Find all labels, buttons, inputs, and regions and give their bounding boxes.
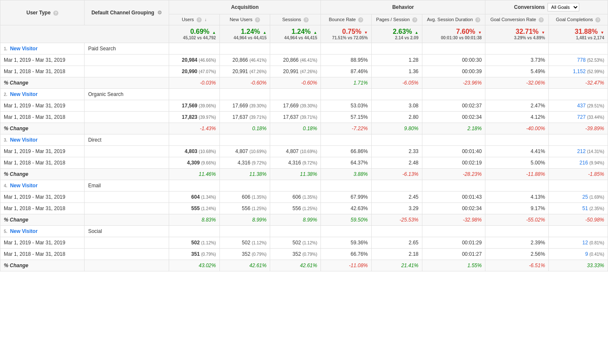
goal-comp-link-2018[interactable]: 216	[580, 160, 588, 166]
change-value: 2.18%	[467, 126, 482, 131]
new-users-2018: 20,991 (47.26%)	[219, 66, 270, 77]
users-help-icon[interactable]: ?	[197, 17, 202, 22]
new-users-help-icon[interactable]: ?	[255, 17, 260, 22]
goal-comp-link-2018[interactable]: 51	[582, 205, 588, 211]
date-label-2018: Mar 1, 2018 - Mar 31, 2018	[0, 249, 85, 260]
channel-empty-2018	[85, 112, 169, 123]
change-value: 8.99%	[252, 217, 266, 223]
goal-conv-change: -40.00%	[485, 123, 549, 134]
visitor-type-link[interactable]: New Visitor	[10, 228, 38, 234]
change-value: -23.96%	[463, 80, 482, 86]
goal-comp-link-2019[interactable]: 437	[577, 103, 586, 109]
channel-empty-2019	[85, 55, 169, 66]
change-value: 1.71%	[353, 80, 368, 86]
date-label-2018: Mar 1, 2018 - Mar 31, 2018	[0, 112, 85, 123]
goal-conv-2018: 5.00%	[485, 157, 549, 169]
goal-conv-change: -32.06%	[485, 77, 549, 89]
visitor-type-link[interactable]: New Visitor	[10, 46, 38, 52]
change-value: -50.98%	[585, 217, 604, 223]
users-2018: 20,990 (47.07%)	[169, 66, 219, 77]
goal-comp-link-2019[interactable]: 778	[577, 57, 586, 63]
goal-comp-link-2019[interactable]: 12	[582, 240, 588, 246]
summary-label	[0, 25, 169, 43]
change-label: % Change	[0, 123, 85, 134]
header-bounce	[321, 134, 372, 146]
goal-comp-2018: 9 (0.41%)	[549, 249, 608, 260]
header-bounce	[321, 180, 372, 192]
goal-comp-link-2019[interactable]: 25	[582, 194, 588, 200]
change-value: -6.13%	[403, 171, 419, 177]
users-2018: 17,823 (39.97%)	[169, 112, 219, 123]
sessions-help-icon[interactable]: ?	[304, 17, 309, 22]
change-value: -6.05%	[403, 80, 419, 86]
goal-comp-trend-icon	[600, 28, 604, 35]
channel-empty-2019	[85, 100, 169, 112]
goal-comp-change: 33.33%	[549, 260, 608, 271]
pages-2018: 3.29	[371, 203, 422, 214]
sessions-2018: 20,991 (47.26%)	[270, 66, 321, 77]
data-row-change: % Change 43.02% 42.61% 42.61% -11.08% 21…	[0, 260, 608, 271]
change-value: -39.89%	[585, 126, 604, 131]
header-goal-comp	[549, 134, 608, 146]
channel-cell: Organic Search	[85, 89, 169, 100]
users-column-header: Users ? ↓	[169, 14, 219, 25]
goal-comp-help-icon[interactable]: ?	[595, 17, 600, 22]
goal-comp-link-2018[interactable]: 1,152	[573, 68, 586, 74]
sessions-change: 42.61%	[270, 260, 321, 271]
channel-empty-change	[85, 214, 169, 226]
header-goal-conv	[485, 134, 549, 146]
change-value: 42.61%	[300, 263, 318, 268]
goal-conv-2018: 4.12%	[485, 112, 549, 123]
header-goal-comp	[549, 43, 608, 55]
pages-help-icon[interactable]: ?	[412, 17, 417, 22]
avg-session-2019: 00:01:43	[422, 192, 485, 203]
users-2018: 555 (1.24%)	[169, 203, 219, 214]
pages-2019: 1.28	[371, 55, 422, 66]
avg-session-help-icon[interactable]: ?	[475, 17, 480, 22]
channel-settings-icon[interactable]: ⚙	[157, 10, 162, 16]
pages-change: 9.80%	[371, 123, 422, 134]
users-change: 8.83%	[169, 214, 219, 226]
channel-empty-2019	[85, 237, 169, 249]
users-sort-icon[interactable]: ↓	[205, 17, 207, 22]
goal-comp-change: -32.47%	[549, 77, 608, 89]
new-users-2018: 4,316 (9.72%)	[219, 157, 270, 169]
visitor-type-link[interactable]: New Visitor	[10, 183, 38, 189]
row-index: 1.	[4, 47, 7, 51]
new-users-change: 11.38%	[219, 169, 270, 180]
goal-conv-help-icon[interactable]: ?	[539, 17, 544, 22]
goal-comp-link-2019[interactable]: 212	[577, 148, 586, 154]
date-label-2019: Mar 1, 2019 - Mar 31, 2019	[0, 192, 85, 203]
data-row-2019: Mar 1, 2019 - Mar 31, 2019 20,984 (46.66…	[0, 55, 608, 66]
header-users	[169, 180, 219, 192]
goal-comp-2019: 25 (1.69%)	[549, 192, 608, 203]
avg-session-change: 1.55%	[422, 260, 485, 271]
pages-2018: 1.36	[371, 66, 422, 77]
user-type-help-icon[interactable]: ?	[53, 11, 58, 16]
row-index: 4.	[4, 183, 7, 188]
change-value: -1.85%	[588, 171, 604, 177]
row-index-cell: 2. New Visitor	[0, 89, 85, 100]
change-value: 11.46%	[199, 171, 216, 177]
goal-conv-2019: 4.41%	[485, 146, 549, 157]
avg-session-change: -23.96%	[422, 77, 485, 89]
pages-session-column-header: Pages / Session ?	[371, 14, 422, 25]
avg-session-trend-icon	[477, 28, 482, 35]
goal-select[interactable]: All Goals	[548, 3, 579, 11]
analytics-table: User Type ? Default Channel Grouping ⚙ A…	[0, 0, 608, 271]
row-index: 3.	[4, 138, 7, 142]
row-group-header: 3. New Visitor Direct	[0, 134, 608, 146]
row-group-header: 2. New Visitor Organic Search	[0, 89, 608, 100]
bounce-help-icon[interactable]: ?	[358, 17, 363, 22]
visitor-type-link[interactable]: New Visitor	[10, 137, 38, 143]
header-new-users	[219, 89, 270, 100]
channel-empty-2018	[85, 157, 169, 169]
goal-comp-link-2018[interactable]: 727	[577, 114, 586, 120]
channel-empty-change	[85, 77, 169, 89]
header-pages	[371, 226, 422, 237]
visitor-type-link[interactable]: New Visitor	[10, 91, 38, 97]
data-row-change: % Change -1.43% 0.18% 0.18% -7.22% 9.80%…	[0, 123, 608, 134]
goal-conv-2019: 4.13%	[485, 192, 549, 203]
bounce-2019: 53.03%	[321, 100, 372, 112]
goal-comp-link-2018[interactable]: 9	[585, 251, 588, 257]
